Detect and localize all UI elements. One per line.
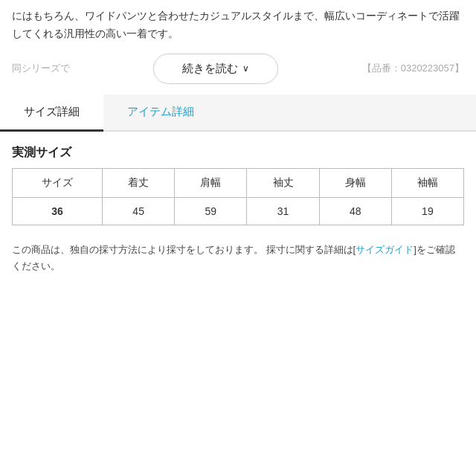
description-body: にはもちろん、ワイドパンツと合わせたカジュアルスタイルまで、幅広いコーディネート…: [12, 10, 460, 39]
col-header-mihaba: 身幅: [319, 168, 391, 197]
size-table: サイズ 着丈 肩幅 袖丈 身幅 袖幅 36 45 59 31 48 19: [12, 168, 464, 225]
size-table-wrap: サイズ 着丈 肩幅 袖丈 身幅 袖幅 36 45 59 31 48 19: [0, 168, 476, 234]
size-note: この商品は、独自の採寸方法により採寸をしております。 採寸に関する詳細は[サイズ…: [0, 234, 476, 286]
cell-sodehaba: 19: [391, 197, 463, 225]
col-header-tatake: 着丈: [103, 168, 175, 197]
col-header-sodejake: 袖丈: [247, 168, 319, 197]
tab-item-details-label: アイテム詳細: [127, 105, 194, 118]
tab-size-details[interactable]: サイズ詳細: [0, 94, 103, 132]
table-row: 36 45 59 31 48 19: [13, 197, 464, 225]
product-number-value: 0320223057】: [401, 62, 464, 74]
product-description: にはもちろん、ワイドパンツと合わせたカジュアルスタイルまで、幅広いコーディネート…: [0, 0, 476, 49]
tab-item-details[interactable]: アイテム詳細: [103, 94, 218, 130]
tab-size-details-label: サイズ詳細: [24, 105, 80, 118]
cell-sodejake: 31: [247, 197, 319, 225]
product-number-label: 【品番：: [362, 62, 401, 74]
size-guide-link[interactable]: サイズガイド: [356, 244, 414, 255]
cell-mihaba: 48: [319, 197, 391, 225]
read-more-button[interactable]: 続きを読む ∨: [153, 54, 278, 84]
read-more-row: 同シリーズで 続きを読む ∨ 【品番：0320223057】: [0, 49, 476, 89]
read-more-label: 続きを読む: [182, 62, 238, 76]
note-text-1: この商品は、独自の採寸方法により採寸をしております。 採寸に関する詳細は[: [12, 244, 356, 255]
product-number: 【品番：0320223057】: [362, 62, 464, 75]
cell-tatake: 45: [103, 197, 175, 225]
cell-size: 36: [13, 197, 103, 225]
col-header-size: サイズ: [13, 168, 103, 197]
size-section-title: 実測サイズ: [0, 132, 476, 168]
series-label: 同シリーズで: [12, 62, 70, 75]
col-header-sodehaba: 袖幅: [391, 168, 463, 197]
chevron-down-icon: ∨: [242, 63, 249, 74]
tabs-row: サイズ詳細 アイテム詳細: [0, 94, 476, 132]
col-header-katahaba: 肩幅: [175, 168, 247, 197]
cell-katahaba: 59: [175, 197, 247, 225]
